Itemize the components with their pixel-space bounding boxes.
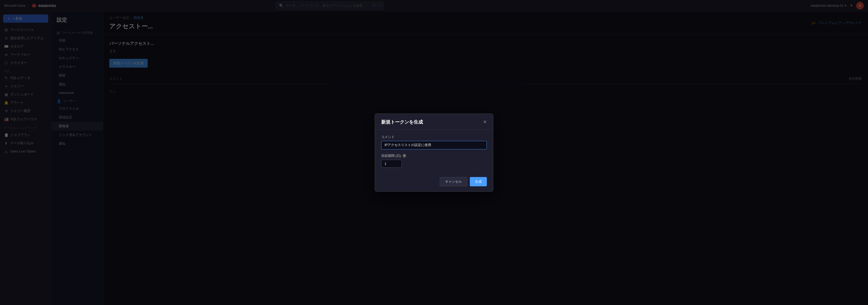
lifetime-input[interactable]: [381, 160, 402, 168]
modal-header: 新規トークンを生成 ✕: [375, 114, 493, 130]
comment-label: コメント: [381, 135, 487, 139]
modal-overlay[interactable]: 新規トークンを生成 ✕ コメント 存続期間 (日) ? キャンセル 生成: [0, 0, 868, 305]
modal-title: 新規トークンを生成: [381, 119, 423, 125]
generate-button[interactable]: 生成: [470, 177, 487, 186]
lifetime-label: 存続期間 (日): [381, 154, 401, 158]
modal-body: コメント 存続期間 (日) ?: [375, 130, 493, 173]
modal-close-button[interactable]: ✕: [483, 120, 487, 124]
help-icon[interactable]: ?: [403, 154, 406, 158]
lifetime-label-row: 存続期間 (日) ?: [381, 154, 487, 158]
modal-footer: キャンセル 生成: [375, 173, 493, 191]
comment-input[interactable]: [381, 141, 487, 149]
generate-token-modal: 新規トークンを生成 ✕ コメント 存続期間 (日) ? キャンセル 生成: [375, 114, 493, 192]
cancel-button[interactable]: キャンセル: [440, 177, 467, 186]
